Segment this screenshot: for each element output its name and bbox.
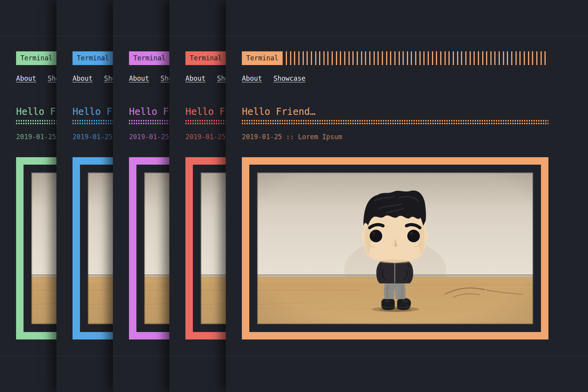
terminal-logo[interactable]: Terminal [242,51,283,65]
nav-about-link[interactable]: About [73,74,93,83]
nav-about-link[interactable]: About [242,74,262,83]
theme-panel-orange: Terminal About Showcase Hello Friend… 20… [226,0,588,392]
post-meta: 2019-01-25 :: Lorem Ipsum [242,134,548,140]
post-cover-frame [242,157,548,339]
terminal-logo[interactable]: Terminal [129,51,170,65]
site-header: Terminal [242,51,548,65]
nav-about-link[interactable]: About [185,74,205,83]
title-separator-dots [242,120,548,124]
theme-showcase-stage: Terminal About Showcase Hello Friend… 20… [0,0,588,392]
terminal-logo[interactable]: Terminal [73,51,113,65]
footer-divider-line [226,356,588,356]
nav-about-link[interactable]: About [16,74,36,83]
nav-showcase-link[interactable]: Showcase [273,74,305,83]
post-title: Hello Friend… [242,107,548,116]
terminal-logo[interactable]: Terminal [16,51,57,65]
main-nav: About Showcase [242,74,548,83]
header-bars-decoration [286,51,548,65]
funko-figure-photo [257,172,533,324]
nav-about-link[interactable]: About [129,74,149,83]
page-content: Terminal About Showcase Hello Friend… 20… [242,36,548,339]
terminal-logo[interactable]: Terminal [185,51,226,65]
